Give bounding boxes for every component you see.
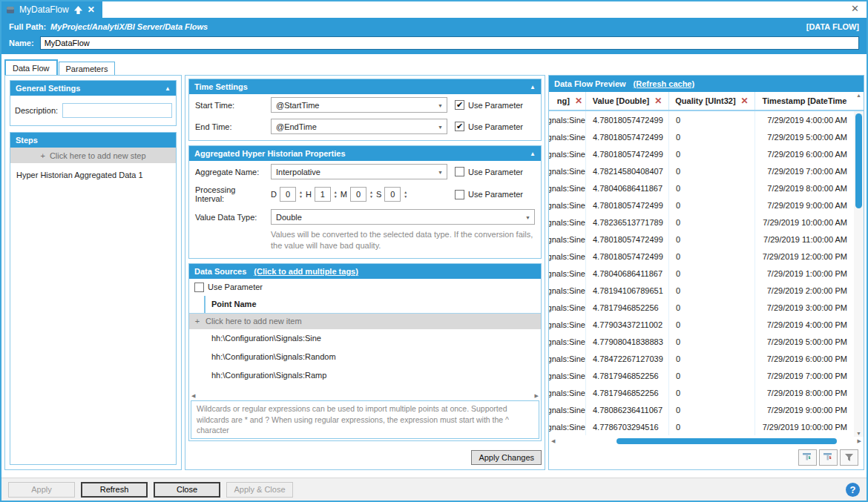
days-stepper[interactable]: 0 <box>280 187 296 202</box>
scroll-down-icon[interactable]: ▼ <box>856 431 861 436</box>
vertical-scrollbar-thumb[interactable] <box>855 113 862 208</box>
window-close-icon[interactable]: ✕ <box>851 3 859 14</box>
scroll-left-icon[interactable]: ◀ <box>191 393 195 399</box>
description-input[interactable] <box>62 103 172 118</box>
delete-column-icon[interactable]: ✕ <box>741 96 749 106</box>
aggregate-use-parameter-checkbox[interactable]: Use Parameter <box>455 167 535 176</box>
table-cell: 4.7817946852256 <box>586 384 669 401</box>
navigate-up-icon[interactable] <box>73 5 83 15</box>
table-row[interactable]: ignals:Sine4.7804068641186707/29/2019 8:… <box>549 179 854 196</box>
column-header-pointname[interactable]: ng] ✕ <box>549 92 586 110</box>
apply-button[interactable]: Apply <box>8 482 75 498</box>
table-row[interactable]: ignals:Sine4.7790804183888307/29/2019 5:… <box>549 333 854 350</box>
table-row[interactable]: ignals:Sine4.778670329451607/29/2019 10:… <box>549 418 854 435</box>
column-header-value[interactable]: Value [Double] ✕ <box>586 92 669 110</box>
table-row[interactable]: ignals:Sine4.781794685225607/29/2019 7:0… <box>549 367 854 384</box>
hours-stepper[interactable]: 1 <box>315 187 331 202</box>
table-row[interactable]: ignals:Sine4.7847226712703907/29/2019 6:… <box>549 350 854 367</box>
preview-vertical-scrollbar[interactable]: ▼ <box>854 111 864 437</box>
delete-column-icon[interactable]: ✕ <box>575 96 582 106</box>
table-row[interactable]: ignals:Sine4.7801805747249907/29/2019 12… <box>549 248 854 265</box>
tab-parameters[interactable]: Parameters <box>59 62 116 75</box>
value-data-type-combobox[interactable]: Double ▼ <box>271 209 535 225</box>
add-item-row[interactable]: + Click here to add new item <box>189 314 541 329</box>
collapse-arrow-icon[interactable]: ▲ <box>530 84 536 90</box>
start-time-use-parameter-checkbox[interactable]: ✔ Use Parameter <box>455 100 535 110</box>
minutes-stepper[interactable]: 0 <box>350 187 366 202</box>
refresh-button[interactable]: Refresh <box>81 482 148 498</box>
table-cell: 7/29/2019 8:00:00 AM <box>755 179 854 196</box>
stepper-arrows-icon[interactable]: ▲▼ <box>404 191 407 199</box>
tab-data-flow[interactable]: Data Flow <box>4 59 58 75</box>
table-cell: 0 <box>669 401 755 418</box>
end-time-use-parameter-checkbox[interactable]: ✔ Use Parameter <box>455 122 535 131</box>
document-tab-title: MyDataFlow <box>19 4 69 15</box>
table-row[interactable]: ignals:Sine4.7819410678965107/29/2019 2:… <box>549 282 854 299</box>
end-time-label: End Time: <box>195 122 266 131</box>
value-data-type-row: Value Data Type: Double ▼ <box>189 206 541 228</box>
stepper-arrows-icon[interactable]: ▲▼ <box>369 191 373 199</box>
table-row[interactable]: ignals:Sine4.7821458040840707/29/2019 7:… <box>549 162 854 179</box>
filter-button[interactable] <box>840 449 858 466</box>
table-row[interactable]: ignals:Sine4.781794685225607/29/2019 8:0… <box>549 384 854 401</box>
delete-column-icon[interactable]: ✕ <box>654 96 662 106</box>
column-header-timestamp[interactable]: Timestamp [DateTime <box>755 92 854 110</box>
table-cell: 0 <box>669 299 755 316</box>
horizontal-scrollbar-thumb[interactable] <box>617 438 836 444</box>
name-input[interactable] <box>40 36 859 50</box>
table-cell: 0 <box>669 418 755 435</box>
table-cell: 0 <box>669 145 755 162</box>
table-row[interactable]: ignals:Sine4.7790343721100207/29/2019 4:… <box>549 316 854 333</box>
refresh-cache-link[interactable]: (Refresh cache) <box>634 79 695 88</box>
table-cell: 0 <box>669 162 755 179</box>
steps-panel: Steps + Click here to add new step Hyper… <box>10 132 177 465</box>
collapse-arrow-icon[interactable]: ▲ <box>165 85 171 92</box>
stepper-arrows-icon[interactable]: ▲▼ <box>299 191 303 199</box>
scroll-track[interactable] <box>557 438 855 444</box>
table-row[interactable]: ignals:Sine4.781794685225607/29/2019 3:0… <box>549 299 854 316</box>
dataflow-editor-window: MyDataFlow ✕ ✕ Full Path: MyProject/Anal… <box>0 0 868 502</box>
help-button[interactable]: ? <box>846 483 860 497</box>
scroll-right-icon[interactable]: ▶ <box>858 438 861 444</box>
freeze-columns-right-button[interactable] <box>819 449 838 466</box>
start-time-combobox[interactable]: @StartTime ▼ <box>271 97 447 113</box>
aggregate-name-combobox[interactable]: Interpolative ▼ <box>271 164 447 179</box>
table-row[interactable]: ignals:Sine4.7801805747249907/29/2019 5:… <box>549 128 854 145</box>
scroll-right-icon[interactable]: ▶ <box>535 393 539 399</box>
start-time-value: @StartTime <box>276 101 319 110</box>
preview-horizontal-scrollbar[interactable]: ◀ ▶ <box>549 437 864 445</box>
document-tab-mydataflow[interactable]: MyDataFlow ✕ <box>1 1 102 18</box>
data-sources-horizontal-scrollbar[interactable]: ◀ ▶ <box>189 393 541 400</box>
point-name-item[interactable]: hh:\Configuration\Signals:Sine <box>189 329 541 348</box>
table-row[interactable]: ignals:Sine4.7823651377178907/29/2019 10… <box>549 214 854 231</box>
tab-close-icon[interactable]: ✕ <box>88 4 95 15</box>
step-item[interactable]: Hyper Historian Aggregated Data 1 <box>10 163 176 184</box>
add-multiple-tags-link[interactable]: (Click to add multiple tags) <box>254 267 358 276</box>
table-cell: ignals:Sine <box>549 333 586 350</box>
table-row[interactable]: ignals:Sine4.7801805747249907/29/2019 11… <box>549 231 854 248</box>
checkbox-unchecked-icon <box>455 190 464 199</box>
apply-changes-button[interactable]: Apply Changes <box>471 450 542 465</box>
collapse-arrow-icon[interactable]: ▲ <box>530 151 536 157</box>
point-name-item[interactable]: hh:\Configuration\Signals:Random <box>189 348 541 366</box>
end-time-combobox[interactable]: @EndTime ▼ <box>271 119 447 134</box>
point-name-item[interactable]: hh:\Configuration\Signals:Ramp <box>189 366 541 385</box>
add-step-row[interactable]: + Click here to add new step <box>10 148 176 163</box>
freeze-columns-left-button[interactable] <box>798 449 817 466</box>
preview-rows: ignals:Sine4.7801805747249907/29/2019 4:… <box>549 111 854 437</box>
table-row[interactable]: ignals:Sine4.7801805747249907/29/2019 4:… <box>549 111 854 128</box>
seconds-stepper[interactable]: 0 <box>384 187 401 202</box>
data-sources-use-parameter-checkbox[interactable]: Use Parameter <box>189 279 541 296</box>
apply-and-close-button[interactable]: Apply & Close <box>226 482 293 498</box>
scroll-left-icon[interactable]: ◀ <box>551 438 555 444</box>
stepper-arrows-icon[interactable]: ▲▼ <box>334 191 338 199</box>
column-header-quality[interactable]: Quality [UInt32] ✕ <box>669 92 755 110</box>
table-row[interactable]: ignals:Sine4.7804068641186707/29/2019 1:… <box>549 265 854 282</box>
close-button[interactable]: Close <box>154 482 220 498</box>
scroll-up-icon[interactable]: ▲ <box>856 93 861 98</box>
table-row[interactable]: ignals:Sine4.7808623641106707/29/2019 9:… <box>549 401 854 418</box>
table-row[interactable]: ignals:Sine4.7801805747249907/29/2019 9:… <box>549 196 854 214</box>
data-sources-empty-space <box>189 385 541 393</box>
interval-use-parameter-checkbox[interactable]: Use Parameter <box>455 190 535 199</box>
table-row[interactable]: ignals:Sine4.7801805747249907/29/2019 6:… <box>549 145 854 162</box>
